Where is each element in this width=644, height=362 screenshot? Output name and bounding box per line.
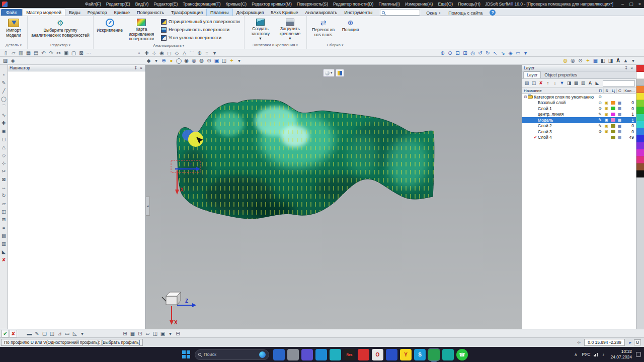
- display-toolbar-icon[interactable]: ◧: [599, 57, 607, 64]
- ribbon-tab[interactable]: Плагины: [206, 9, 232, 16]
- palette-color[interactable]: [636, 114, 644, 121]
- analyze-option[interactable]: Непрерывность поверхности: [159, 26, 242, 34]
- layer-row[interactable]: Модель ✎ ▣ ▦ 1: [522, 117, 636, 123]
- line-style-icon[interactable]: ▦: [616, 124, 623, 128]
- ribbon-tab[interactable]: Трасформация: [168, 9, 206, 16]
- confirm-toolbar-icon[interactable]: ✔: [2, 330, 9, 337]
- network-icon[interactable]: [594, 353, 598, 356]
- curvature-button[interactable]: Искривление: [96, 17, 124, 43]
- taskbar-app-icon[interactable]: [301, 349, 313, 360]
- layer-color-swatch[interactable]: [611, 101, 615, 105]
- menu-item[interactable]: Файл(F): [83, 2, 104, 7]
- menu-item[interactable]: Помощь(H): [455, 2, 483, 7]
- render-mode-icon[interactable]: ▾: [235, 57, 243, 64]
- minimize-button[interactable]: –: [618, 2, 627, 7]
- draw-tool-icon[interactable]: ◣: [1, 249, 7, 255]
- profile-toolbar-icon[interactable]: ▬: [26, 330, 33, 337]
- file-toolbar-icon[interactable]: ▦: [25, 50, 32, 56]
- layer-toolbar-icon[interactable]: ↓: [551, 80, 558, 86]
- layer-row[interactable]: Базовый слой ⊙ ▣ ▦ 0: [522, 100, 636, 106]
- menu-item[interactable]: Поверхность(S): [294, 2, 331, 7]
- draw-tool-icon[interactable]: ▱: [1, 201, 7, 207]
- zoom-toolbar-icon[interactable]: ⊡: [454, 50, 461, 56]
- palette-color[interactable]: [636, 135, 644, 142]
- render-mode-icon[interactable]: ✦: [228, 57, 235, 64]
- render-mode-icon[interactable]: ◍: [198, 57, 205, 64]
- palette-color[interactable]: [636, 65, 644, 72]
- taskbar-search[interactable]: Поиск: [195, 349, 269, 360]
- select-toolbar-icon[interactable]: ◉: [158, 50, 166, 56]
- render-mode-icon[interactable]: ●: [168, 57, 175, 64]
- palette-color[interactable]: [636, 149, 644, 156]
- lock-icon[interactable]: ▣: [603, 106, 610, 111]
- taskbar-app-icon[interactable]: [358, 349, 369, 360]
- layer-toolbar-icon[interactable]: ✘: [537, 80, 544, 86]
- file-toolbar-icon[interactable]: ↶: [40, 50, 47, 56]
- layer-name[interactable]: Слой 3: [538, 129, 597, 134]
- position-button[interactable]: ⊕ Позиция: [340, 17, 362, 43]
- taskbar-app-icon[interactable]: [442, 349, 454, 360]
- layer-toolbar-icon[interactable]: ◫: [530, 80, 537, 86]
- zoom-toolbar-icon[interactable]: ▾: [522, 50, 529, 56]
- taskbar-app-icon[interactable]: Res: [344, 349, 355, 360]
- layer-name[interactable]: Слой 1: [538, 106, 597, 111]
- layer-column-header[interactable]: С: [616, 88, 623, 93]
- menu-item[interactable]: Вид(V): [133, 2, 151, 7]
- palette-color[interactable]: [636, 72, 644, 79]
- draw-tool-icon[interactable]: ◯: [1, 96, 7, 102]
- uv-mode-indicator[interactable]: U: [634, 339, 641, 345]
- line-style-icon[interactable]: ▦: [616, 112, 623, 117]
- render-mode-icon[interactable]: ◫: [220, 57, 228, 64]
- menu-item[interactable]: Измерение(A): [403, 2, 436, 7]
- mode-toolbar-icon[interactable]: ◈: [9, 57, 17, 64]
- palette-color[interactable]: [636, 100, 644, 107]
- import-model-button[interactable]: Импорт модели: [2, 17, 25, 43]
- visibility-icon[interactable]: ⊙: [597, 95, 603, 99]
- draw-tool-icon[interactable]: ▤: [1, 233, 7, 239]
- select-toolbar-icon[interactable]: ▾: [211, 50, 218, 56]
- render-mode-icon[interactable]: ▣: [213, 57, 220, 64]
- layer-toolbar-icon[interactable]: ↑: [544, 80, 551, 86]
- draw-tool-icon[interactable]: ↔: [1, 185, 7, 191]
- zoom-toolbar-icon[interactable]: ↖: [492, 50, 499, 56]
- notification-icon[interactable]: [636, 352, 641, 357]
- group-label-stock[interactable]: Заготовки и крепления▾: [247, 43, 304, 49]
- draw-tool-icon[interactable]: ✘: [1, 257, 7, 263]
- zoom-toolbar-icon[interactable]: ⊕: [439, 50, 446, 56]
- taskbar-app-icon[interactable]: [287, 349, 299, 360]
- layer-toolbar-icon[interactable]: ◣: [594, 80, 601, 86]
- zoom-toolbar-icon[interactable]: ↺: [476, 50, 484, 56]
- curvature-map-button[interactable]: Карта искривления поверхности: [125, 17, 157, 43]
- select-toolbar-icon[interactable]: ◇: [173, 50, 181, 56]
- navigator-content[interactable]: [8, 71, 145, 329]
- display-toolbar-icon[interactable]: ▲: [622, 57, 629, 64]
- file-toolbar-icon[interactable]: ✂: [55, 50, 62, 56]
- ribbon-tab[interactable]: Деформация: [233, 9, 268, 16]
- display-style-button[interactable]: ▾: [323, 69, 335, 77]
- select-toolbar-icon[interactable]: ⊕: [196, 50, 203, 56]
- palette-color[interactable]: [636, 156, 644, 163]
- analyze-option[interactable]: Отрицательный угол поверхности: [159, 18, 242, 26]
- draw-tool-icon[interactable]: ▥: [1, 241, 7, 247]
- layer-name[interactable]: Модель: [538, 118, 597, 123]
- draw-tool-icon[interactable]: ≡: [1, 225, 7, 231]
- layer-row[interactable]: центр. линия ✎ ▣ ▦ 1: [522, 112, 636, 118]
- menu-item[interactable]: Плагины(I): [376, 2, 402, 7]
- draw-tool-icon[interactable]: ▫: [1, 72, 7, 78]
- ribbon-search-input[interactable]: [386, 10, 417, 15]
- select-toolbar-icon[interactable]: ▫: [135, 50, 143, 56]
- close-panel-icon[interactable]: ×: [138, 66, 144, 70]
- tray-expand-icon[interactable]: ∧: [572, 352, 580, 357]
- pin-icon[interactable]: ↧: [133, 66, 138, 70]
- snap-toolbar-icon[interactable]: ▦: [129, 330, 136, 337]
- zoom-toolbar-icon[interactable]: ⊞: [461, 50, 469, 56]
- display-toolbar-icon[interactable]: ✦: [584, 57, 592, 64]
- layer-toolbar-icon[interactable]: ▥: [580, 80, 587, 86]
- layer-name[interactable]: центр. линия: [538, 112, 597, 117]
- taskbar-app-icon[interactable]: [386, 349, 397, 360]
- windows-menu-link[interactable]: Окна: [426, 11, 437, 16]
- draw-tool-icon[interactable]: ◇: [1, 152, 7, 158]
- snap-toolbar-icon[interactable]: ▾: [167, 330, 174, 337]
- layer-column-header[interactable]: Б: [603, 88, 610, 93]
- start-button[interactable]: [182, 350, 191, 359]
